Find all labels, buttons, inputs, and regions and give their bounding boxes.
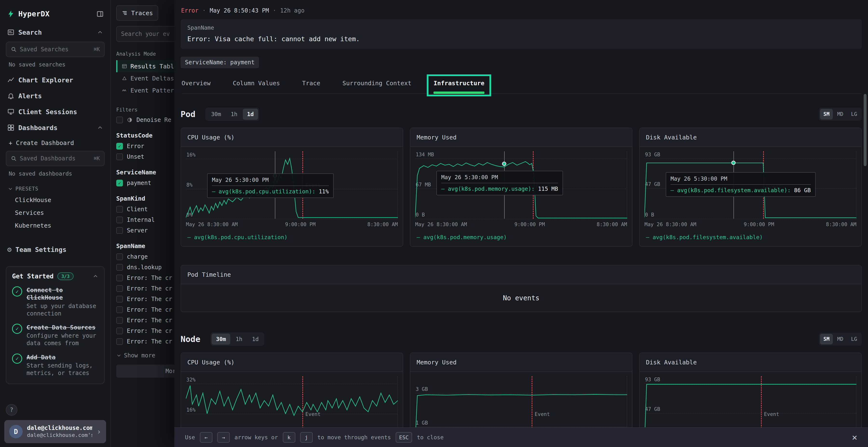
checkbox-checked[interactable]: ✓ [116, 180, 123, 186]
saved-dashboards-input[interactable] [20, 155, 91, 162]
filter-option[interactable]: Error: The cr [116, 285, 174, 292]
node-size-lg[interactable]: LG [848, 334, 861, 344]
tab-trace[interactable]: Trace [302, 77, 320, 94]
preset-kubernetes[interactable]: Kubernetes [5, 219, 105, 232]
key-esc: ESC [396, 432, 412, 443]
preset-clickhouse[interactable]: ClickHouse [5, 194, 105, 206]
event-search-box[interactable] [116, 26, 174, 42]
node-range-1h[interactable]: 1h [231, 334, 247, 345]
mode-event-deltas-label: Event Deltas [130, 75, 174, 82]
analysis-mode-label: Analysis Mode [116, 51, 174, 57]
preset-services[interactable]: Services [5, 206, 105, 219]
create-dashboard-button[interactable]: + Create Dashboard [5, 136, 105, 149]
source-selector-button[interactable]: Traces [116, 5, 158, 21]
chart-plot[interactable]: 0 B67 MB134 MBEvent May 26 5:30:00 PM — … [415, 151, 627, 219]
x-tick-label: 9:00:00 PM [285, 221, 315, 227]
filter-option[interactable]: charge [116, 253, 174, 260]
presets-header[interactable]: PRESETS [5, 181, 105, 194]
get-started-item[interactable]: ✓ Add Data Start sending logs, metrics, … [12, 353, 98, 377]
pod-range-30m[interactable]: 30m [207, 109, 225, 120]
checkbox-unchecked[interactable] [116, 296, 123, 303]
get-started-item-title: Connect to ClickHouse [27, 286, 98, 302]
checkbox-unchecked[interactable] [116, 306, 123, 313]
tab-overview[interactable]: Overview [182, 77, 211, 94]
checkbox-unchecked[interactable] [116, 285, 123, 292]
pod-range-1h[interactable]: 1h [226, 109, 242, 120]
saved-dashboards-box[interactable]: ⌘K [6, 151, 105, 166]
node-size-md[interactable]: MD [834, 334, 846, 344]
node-range-30m[interactable]: 30m [212, 334, 230, 345]
filter-option[interactable]: Unset [116, 153, 174, 160]
sidebar-item-dashboards[interactable]: Dashboards [5, 120, 105, 136]
filter-option[interactable]: Error: The cr [116, 296, 174, 303]
help-button[interactable]: ? [6, 404, 18, 416]
key-j: j [300, 432, 313, 443]
checkbox-unchecked[interactable] [116, 328, 123, 334]
checkbox-unchecked[interactable] [116, 275, 123, 281]
filter-option[interactable]: Error: The cr [116, 275, 174, 281]
filter-option[interactable]: ✓ payment [116, 180, 174, 186]
sidebar-collapse-icon[interactable] [96, 10, 104, 18]
tooltip-timestamp: May 26 5:30:00 PM [671, 176, 811, 185]
filter-option[interactable]: dns.lookup [116, 264, 174, 271]
user-account-chip[interactable]: D dale@clickhouse.com dale@clickhouse.co… [4, 420, 106, 443]
pod-range-1d[interactable]: 1d [243, 109, 258, 120]
chart-plot[interactable]: 0 B47 GB93 GBEvent May 26 5:30:00 PM — a… [645, 151, 857, 219]
filter-option[interactable]: ✓ Error [116, 143, 174, 149]
checkbox-unchecked[interactable] [116, 338, 123, 345]
service-name-tag[interactable]: ServiceName: payment [181, 57, 259, 68]
get-started-item[interactable]: ✓ Create Data Sources Configure where yo… [12, 324, 98, 347]
show-more-button[interactable]: Show more [116, 352, 174, 359]
tab-surrounding-context[interactable]: Surrounding Context [342, 77, 411, 94]
checkbox-unchecked[interactable] [116, 264, 123, 271]
denoise-toggle[interactable]: Denoise Re [116, 116, 174, 123]
pod-time-range-group: 30m 1h 1d [206, 107, 259, 121]
checkbox-checked[interactable]: ✓ [116, 143, 123, 149]
more-filters-button[interactable]: More fil [116, 365, 174, 378]
filter-option[interactable]: Internal [116, 216, 174, 223]
filter-option[interactable]: Client [116, 206, 174, 213]
mode-event-patterns[interactable]: Event Patterns [116, 84, 174, 96]
saved-searches-input[interactable] [20, 46, 91, 53]
checkbox-unchecked[interactable] [116, 153, 123, 160]
pod-size-sm[interactable]: SM [820, 109, 833, 119]
filter-option[interactable]: Error: The cr [116, 306, 174, 313]
mode-results-table[interactable]: Results Table [116, 60, 174, 72]
filter-option[interactable]: Error: The cr [116, 317, 174, 324]
checkbox-unchecked[interactable] [116, 206, 123, 213]
sidebar-item-client-sessions[interactable]: Client Sessions [5, 104, 105, 120]
checkbox-unchecked[interactable] [116, 116, 123, 123]
filter-option[interactable]: Error: The cr [116, 338, 174, 345]
filter-option[interactable]: Server [116, 227, 174, 234]
footer-text-arrow-keys: arrow keys or [235, 434, 278, 441]
checkbox-unchecked[interactable] [116, 227, 123, 234]
event-search-input[interactable] [121, 31, 174, 37]
node-range-1d[interactable]: 1d [248, 334, 263, 345]
sidebar-item-search[interactable]: Search [5, 24, 105, 40]
traces-icon [122, 10, 128, 16]
mode-results-table-label: Results Table [130, 63, 174, 70]
get-started-header[interactable]: Get Started 3/3 [12, 272, 98, 280]
close-icon[interactable]: × [852, 433, 858, 442]
filter-option[interactable]: Error: The cr [116, 328, 174, 334]
tab-column-values[interactable]: Column Values [233, 77, 280, 94]
chart-tooltip: May 26 5:30:00 PM — avg(k8s.pod.cpu.util… [207, 173, 334, 198]
chart-plot[interactable]: 0%8%16%Event May 26 5:30:00 PM — avg(k8s… [186, 151, 398, 219]
saved-searches-box[interactable]: ⌘K [6, 42, 105, 57]
checkbox-unchecked[interactable] [116, 216, 123, 223]
mode-event-deltas[interactable]: Event Deltas [116, 72, 174, 84]
checkbox-unchecked[interactable] [116, 317, 123, 324]
x-tick-label: May 26 8:30:00 AM [645, 221, 696, 227]
chart-legend: — avg(k8s.pod.memory.usage) [410, 231, 632, 246]
node-size-sm[interactable]: SM [820, 334, 833, 344]
sidebar-item-chart-explorer[interactable]: Chart Explorer [5, 72, 105, 88]
get-started-item[interactable]: ✓ Connect to ClickHouse Set up your data… [12, 286, 98, 317]
checkbox-unchecked[interactable] [116, 253, 123, 260]
pod-size-lg[interactable]: LG [848, 109, 861, 119]
scrollbar-thumb[interactable] [864, 94, 867, 166]
chevron-up-icon [97, 125, 103, 131]
tab-infrastructure[interactable]: Infrastructure [434, 77, 485, 94]
sidebar-item-team-settings[interactable]: ⚙ Team Settings [5, 242, 105, 257]
sidebar-item-alerts[interactable]: Alerts [5, 88, 105, 104]
pod-size-md[interactable]: MD [834, 109, 846, 119]
